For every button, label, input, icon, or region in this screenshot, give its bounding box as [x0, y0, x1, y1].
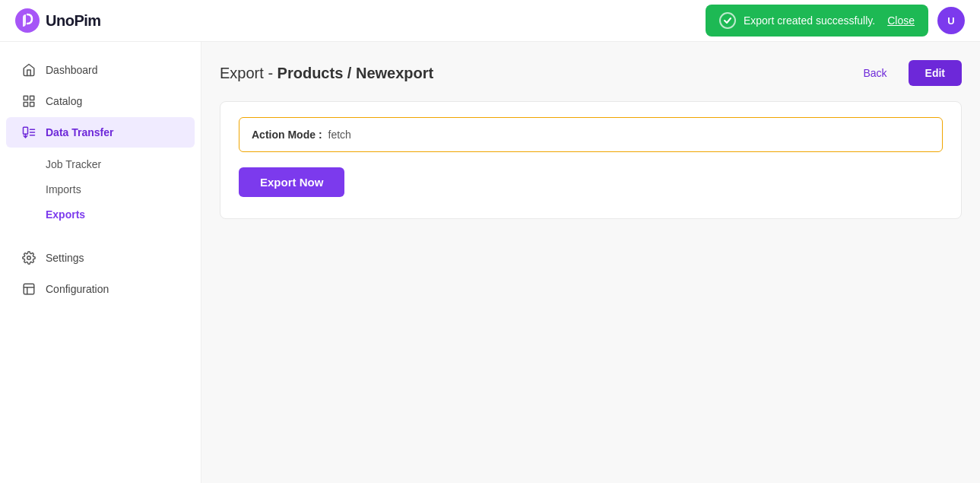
sidebar-label-configuration: Configuration: [46, 283, 109, 295]
logo-icon: [15, 8, 40, 33]
main-content: Export - Products / Newexport Back Edit …: [201, 42, 980, 483]
export-card: Action Mode : fetch Export Now: [220, 101, 962, 219]
config-icon: [21, 281, 36, 297]
page-title-prefix: Export: [220, 65, 264, 81]
sidebar-item-settings[interactable]: Settings: [6, 243, 195, 273]
sidebar-item-configuration[interactable]: Configuration: [6, 274, 195, 304]
svg-point-0: [15, 8, 40, 33]
header-actions: Back Edit: [851, 60, 962, 86]
sidebar-item-job-tracker[interactable]: Job Tracker: [6, 152, 195, 176]
logo: UnoPim: [15, 8, 101, 33]
sidebar-item-exports[interactable]: Exports: [6, 202, 195, 227]
toast-message: Export created successfully.: [744, 14, 875, 27]
action-mode-row: Action Mode : fetch: [239, 117, 943, 152]
home-icon: [21, 62, 36, 78]
sidebar-item-catalog[interactable]: Catalog: [6, 86, 195, 116]
page-title-separator: -: [268, 65, 277, 81]
imports-label: Imports: [46, 183, 81, 195]
svg-rect-3: [24, 103, 27, 106]
avatar[interactable]: U: [937, 7, 965, 34]
back-button[interactable]: Back: [851, 61, 899, 85]
layout: Dashboard Catalog Data Transfer: [0, 42, 980, 483]
sidebar-label-data-transfer: Data Transfer: [46, 126, 113, 138]
page-header: Export - Products / Newexport Back Edit: [220, 60, 962, 86]
sidebar-item-imports[interactable]: Imports: [6, 177, 195, 202]
sidebar: Dashboard Catalog Data Transfer: [0, 42, 201, 483]
job-tracker-label: Job Tracker: [46, 158, 101, 170]
sidebar-label-dashboard: Dashboard: [46, 64, 98, 76]
sidebar-sub-items: Job Tracker Imports Exports: [0, 148, 201, 230]
toast-close-button[interactable]: Close: [887, 14, 915, 27]
topbar: UnoPim Export created successfully. Clos…: [0, 0, 980, 42]
svg-rect-7: [24, 284, 34, 294]
avatar-initials: U: [947, 15, 954, 27]
page-title-path: Products / Newexport: [278, 65, 434, 81]
toast-check-icon: [719, 12, 736, 29]
action-mode-label: Action Mode :: [252, 129, 322, 141]
sidebar-item-data-transfer[interactable]: Data Transfer: [6, 117, 195, 148]
svg-rect-2: [30, 96, 34, 100]
svg-rect-4: [30, 103, 34, 106]
success-toast: Export created successfully. Close: [706, 5, 928, 37]
catalog-icon: [21, 94, 36, 109]
sidebar-label-catalog: Catalog: [46, 95, 82, 107]
page-title: Export - Products / Newexport: [220, 65, 433, 82]
svg-point-6: [27, 256, 31, 260]
svg-rect-1: [24, 96, 27, 100]
edit-button[interactable]: Edit: [909, 60, 962, 86]
sidebar-item-dashboard[interactable]: Dashboard: [6, 55, 195, 85]
settings-icon: [21, 250, 36, 265]
topbar-right: Export created successfully. Close U: [706, 5, 965, 37]
sidebar-label-settings: Settings: [46, 252, 84, 264]
svg-rect-5: [24, 127, 28, 134]
action-mode-value: fetch: [328, 129, 351, 141]
exports-label: Exports: [46, 208, 85, 221]
app-name: UnoPim: [46, 12, 101, 30]
transfer-icon: [21, 125, 36, 140]
export-now-button[interactable]: Export Now: [239, 167, 344, 197]
